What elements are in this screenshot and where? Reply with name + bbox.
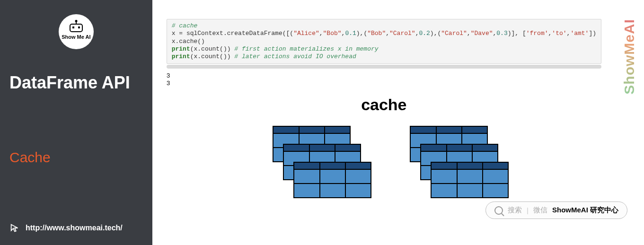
data-table-icon bbox=[293, 162, 371, 198]
sidebar-footer: http://www.showmeai.tech/ bbox=[9, 223, 123, 233]
diagram-area bbox=[167, 126, 601, 201]
separator-icon: | bbox=[527, 206, 529, 214]
table-stack-right bbox=[410, 126, 495, 201]
sidebar: Show Me AI DataFrame API Cache http://ww… bbox=[0, 0, 152, 245]
robot-icon bbox=[70, 24, 83, 32]
output-line-1: 3 bbox=[167, 72, 601, 80]
search-brand: ShowMeAI 研究中心 bbox=[552, 206, 618, 215]
code-line-4: print(x.count()) # first action material… bbox=[172, 45, 596, 53]
code-line-2: x = sqlContext.createDataFrame([("Alice"… bbox=[172, 30, 596, 37]
section-heading: cache bbox=[167, 96, 601, 114]
code-line-5: print(x.count()) # later actions avoid I… bbox=[172, 53, 596, 61]
output-block: 3 3 bbox=[167, 72, 601, 87]
watermark: ShowMeAI bbox=[621, 19, 637, 95]
data-table-icon bbox=[431, 162, 509, 198]
search-hint-2: 微信 bbox=[533, 206, 547, 215]
cursor-icon bbox=[9, 223, 20, 233]
code-block: # cache x = sqlContext.createDataFrame([… bbox=[167, 19, 601, 64]
code-line-3: x.cache() bbox=[172, 38, 596, 45]
logo-container: Show Me AI bbox=[9, 14, 143, 49]
code-comment: # cache bbox=[172, 22, 198, 29]
footer-url[interactable]: http://www.showmeai.tech/ bbox=[26, 224, 123, 232]
search-icon bbox=[494, 206, 503, 215]
table-stack-left bbox=[273, 126, 358, 201]
horizontal-scrollbar[interactable] bbox=[167, 65, 601, 69]
logo-text: Show Me AI bbox=[62, 34, 90, 40]
logo: Show Me AI bbox=[59, 14, 94, 49]
output-line-2: 3 bbox=[167, 80, 601, 88]
sidebar-subtitle: Cache bbox=[9, 149, 143, 166]
search-hint-1: 搜索 bbox=[508, 206, 522, 215]
search-pill[interactable]: 搜索 | 微信 ShowMeAI 研究中心 bbox=[485, 201, 627, 219]
sidebar-title: DataFrame API bbox=[9, 73, 143, 93]
main-content: # cache x = sqlContext.createDataFrame([… bbox=[152, 0, 644, 245]
